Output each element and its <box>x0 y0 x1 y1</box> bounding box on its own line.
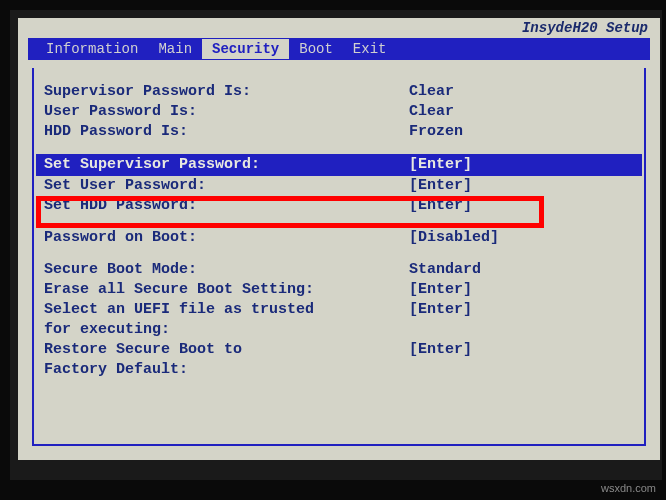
menu-bar: Information Main Security Boot Exit <box>28 38 650 60</box>
menu-tab-exit[interactable]: Exit <box>343 39 397 59</box>
menu-tab-security[interactable]: Security <box>202 39 289 59</box>
row-label: Password on Boot: <box>44 228 409 248</box>
row-label: HDD Password Is: <box>44 122 409 142</box>
row-value: Clear <box>409 102 634 122</box>
row-label: Factory Default: <box>44 360 409 380</box>
row-value: [Enter] <box>409 280 634 300</box>
erase-secure-boot-row[interactable]: Erase all Secure Boot Setting: [Enter] <box>44 280 634 300</box>
row-value: [Enter] <box>409 196 634 216</box>
row-label: Set HDD Password: <box>44 196 409 216</box>
hdd-password-status-row: HDD Password Is: Frozen <box>44 122 634 142</box>
row-label: Select an UEFI file as trusted <box>44 300 409 320</box>
password-on-boot-row[interactable]: Password on Boot: [Disabled] <box>44 228 634 248</box>
row-value: Standard <box>409 260 634 280</box>
menu-tab-boot[interactable]: Boot <box>289 39 343 59</box>
row-value: Clear <box>409 82 634 102</box>
row-label: Restore Secure Boot to <box>44 340 409 360</box>
row-label: Erase all Secure Boot Setting: <box>44 280 409 300</box>
bios-screen: InsydeH20 Setup Information Main Securit… <box>18 18 660 460</box>
user-password-status-row: User Password Is: Clear <box>44 102 634 122</box>
restore-secure-boot-row[interactable]: Restore Secure Boot to [Enter] <box>44 340 634 360</box>
row-label: Secure Boot Mode: <box>44 260 409 280</box>
set-supervisor-password-row[interactable]: Set Supervisor Password: [Enter] <box>36 154 642 176</box>
row-label: Set User Password: <box>44 176 409 196</box>
supervisor-password-status-row: Supervisor Password Is: Clear <box>44 82 634 102</box>
set-user-password-row[interactable]: Set User Password: [Enter] <box>44 176 634 196</box>
row-label: for executing: <box>44 320 409 340</box>
bios-brand-title: InsydeH20 Setup <box>522 20 648 36</box>
security-panel: Supervisor Password Is: Clear User Passw… <box>32 68 646 446</box>
restore-secure-boot-cont-row: Factory Default: <box>44 360 634 380</box>
row-label: Set Supervisor Password: <box>44 155 409 175</box>
set-hdd-password-row[interactable]: Set HDD Password: [Enter] <box>44 196 634 216</box>
row-value: Frozen <box>409 122 634 142</box>
row-value: [Enter] <box>409 176 634 196</box>
row-value: [Enter] <box>409 300 634 320</box>
watermark-text: wsxdn.com <box>601 482 656 494</box>
secure-boot-mode-row[interactable]: Secure Boot Mode: Standard <box>44 260 634 280</box>
menu-tab-main[interactable]: Main <box>148 39 202 59</box>
select-uefi-file-row[interactable]: Select an UEFI file as trusted [Enter] <box>44 300 634 320</box>
row-label: Supervisor Password Is: <box>44 82 409 102</box>
row-value: [Enter] <box>409 340 634 360</box>
menu-tab-information[interactable]: Information <box>36 39 148 59</box>
row-value: [Disabled] <box>409 228 634 248</box>
row-value: [Enter] <box>409 155 634 175</box>
row-label: User Password Is: <box>44 102 409 122</box>
select-uefi-file-cont-row: for executing: <box>44 320 634 340</box>
